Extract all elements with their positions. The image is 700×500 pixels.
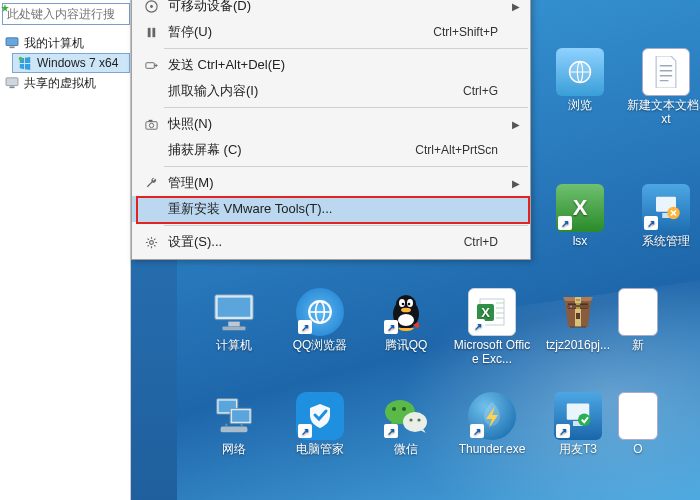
menu-shortcut: Ctrl+D (388, 235, 498, 249)
menu-pause[interactable]: 暂停(U) Ctrl+Shift+P (132, 19, 530, 45)
search-input[interactable] (3, 7, 129, 21)
vm-tree: 我的计算机 Windows 7 x64 共享的虚拟机 (0, 31, 130, 95)
desktop-icon-qq[interactable]: ↗ 腾讯QQ (363, 288, 449, 378)
svg-point-39 (392, 407, 396, 411)
icon-label: tzjz2016pj... (546, 338, 610, 352)
svg-text:X: X (481, 305, 490, 320)
shortcut-arrow-icon: ↗ (556, 424, 570, 438)
desktop-icon-wechat[interactable]: ↗ 微信 (363, 392, 449, 482)
svg-point-42 (409, 418, 412, 421)
menu-capture-screen[interactable]: 捕获屏幕 (C) Ctrl+Alt+PrtScn (132, 137, 530, 163)
desktop-icon-thunder[interactable]: ↗ Thunder.exe (449, 392, 535, 482)
icon-label: Thunder.exe (459, 442, 526, 456)
icon-label: 计算机 (216, 338, 252, 352)
menu-settings[interactable]: 设置(S)... Ctrl+D (132, 229, 530, 255)
icon-label: 微信 (394, 442, 418, 456)
icon-label: 用友T3 (559, 442, 597, 456)
wechat-icon: ↗ (382, 392, 430, 440)
desktop-icon-partial[interactable]: 新 (621, 288, 655, 378)
svg-rect-14 (228, 322, 240, 327)
windows-icon (17, 55, 33, 71)
menu-shortcut: Ctrl+Alt+PrtScn (388, 143, 498, 157)
camera-icon (140, 117, 162, 132)
menu-label: 抓取输入内容(I) (162, 82, 388, 100)
desktop-icon-computer[interactable]: 计算机 (191, 288, 277, 378)
menu-label: 管理(M) (162, 174, 498, 192)
desktop-row-4: 网络 ↗ 电脑管家 ↗ 微信 ↗ Thunder.exe (191, 392, 700, 482)
sysmgr-icon: ↗ (642, 184, 690, 232)
menu-removable-devices[interactable]: 可移动设备(D) ▶ (132, 0, 530, 19)
menu-reinstall-vmware-tools[interactable]: 重新安装 VMware Tools(T)... (132, 196, 530, 222)
menu-separator (164, 166, 528, 167)
svg-rect-52 (145, 121, 156, 129)
tree-windows7[interactable]: Windows 7 x64 (12, 53, 130, 73)
menu-separator (164, 107, 528, 108)
thunder-icon: ↗ (468, 392, 516, 440)
tree-label: 共享的虚拟机 (24, 75, 96, 92)
svg-point-20 (399, 299, 405, 307)
svg-rect-15 (223, 326, 246, 330)
shortcut-arrow-icon: ↗ (298, 320, 312, 334)
network-icon (210, 392, 258, 440)
desktop-icon-network[interactable]: 网络 (191, 392, 277, 482)
excel-icon: X ↗ (556, 184, 604, 232)
menu-label: 重新安装 VMware Tools(T)... (162, 200, 498, 218)
desktop-icon-excel[interactable]: X ↗ Microsoft Office Exc... (449, 288, 535, 378)
qqbrowser-icon: ↗ (296, 288, 344, 336)
menu-grab-input[interactable]: 抓取输入内容(I) Ctrl+G (132, 78, 530, 104)
icon-label: 浏览 (568, 98, 592, 112)
menu-separator (164, 225, 528, 226)
menu-label: 设置(S)... (162, 233, 388, 251)
menu-shortcut: Ctrl+Shift+P (388, 25, 498, 39)
gear-icon (140, 235, 162, 250)
file-icon (618, 392, 658, 440)
tree-my-computer[interactable]: 我的计算机 (0, 33, 130, 53)
svg-rect-50 (152, 27, 155, 36)
menu-manage[interactable]: 管理(M) ▶ (132, 170, 530, 196)
svg-rect-51 (145, 62, 153, 68)
shortcut-arrow-icon: ↗ (644, 216, 658, 230)
svg-point-55 (149, 240, 153, 244)
desktop-icon-rar[interactable]: tzjz2016pj... (535, 288, 621, 378)
icon-label: 新建文本文档.txt (626, 98, 700, 126)
chevron-right-icon: ▶ (512, 178, 520, 189)
svg-point-24 (401, 308, 411, 313)
shortcut-arrow-icon: ↗ (384, 424, 398, 438)
tree-shared-vms[interactable]: 共享的虚拟机 (0, 73, 130, 93)
desktop-row-3: 计算机 ↗ QQ浏览器 ↗ 腾讯QQ X ↗ Microsoft Office … (191, 288, 700, 378)
svg-rect-1 (9, 46, 14, 48)
tree-label: Windows 7 x64 (37, 56, 118, 70)
svg-point-46 (578, 414, 591, 427)
icon-label: 网络 (222, 442, 246, 456)
svg-rect-36 (232, 410, 249, 422)
svg-point-21 (407, 299, 413, 307)
desktop-icon-newtext[interactable]: 新建文本文档.txt (623, 48, 700, 126)
desktop-icon-ufida[interactable]: ↗ 用友T3 (535, 392, 621, 482)
pause-icon (140, 25, 162, 40)
svg-rect-30 (576, 313, 580, 319)
disc-icon (140, 0, 162, 14)
icon-label: lsx (573, 234, 588, 248)
shortcut-arrow-icon: ↗ (470, 424, 484, 438)
menu-shortcut: Ctrl+G (388, 84, 498, 98)
menu-send-cad[interactable]: 发送 Ctrl+Alt+Del(E) (132, 52, 530, 78)
svg-point-53 (149, 123, 153, 127)
icon-label: 电脑管家 (296, 442, 344, 456)
qq-icon: ↗ (382, 288, 430, 336)
icon-label: 腾讯QQ (385, 338, 428, 352)
desktop-icon-browse[interactable]: 浏览 (537, 48, 623, 126)
desktop-icon-pcmanager[interactable]: ↗ 电脑管家 (277, 392, 363, 482)
tree-label: 我的计算机 (24, 35, 84, 52)
desktop-icon-partial2[interactable]: O (621, 392, 655, 482)
svg-point-2 (19, 57, 23, 61)
desktop-icon-lsx[interactable]: X ↗ lsx (537, 184, 623, 248)
svg-rect-54 (148, 119, 152, 121)
send-icon (140, 58, 162, 73)
desktop-icon-sysmgr[interactable]: ↗ 系统管理 (623, 184, 700, 248)
menu-label: 快照(N) (162, 115, 498, 133)
svg-point-40 (402, 407, 406, 411)
menu-snapshot[interactable]: 快照(N) ▶ (132, 111, 530, 137)
search-box[interactable] (2, 3, 130, 25)
desktop-icon-qqbrowser[interactable]: ↗ QQ浏览器 (277, 288, 363, 378)
svg-point-22 (402, 303, 405, 306)
